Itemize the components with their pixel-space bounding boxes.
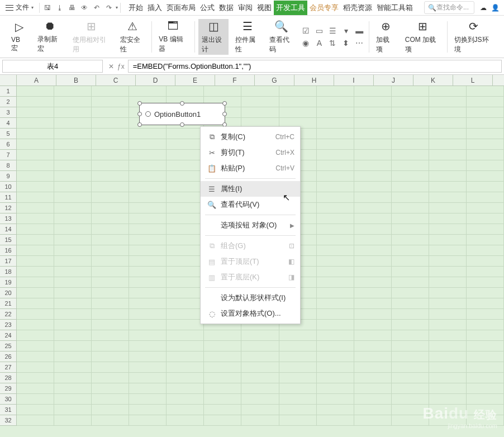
control-option-icon[interactable]: ◉ — [299, 37, 312, 49]
resize-handle[interactable] — [137, 112, 142, 116]
control-scroll-icon[interactable]: ⬍ — [340, 37, 352, 49]
control-checkbox-icon[interactable]: ☑ — [299, 25, 312, 36]
row-header[interactable]: 11 — [0, 192, 17, 203]
row-header[interactable]: 14 — [0, 224, 17, 235]
addins-button[interactable]: ⊕加载项 — [373, 19, 398, 55]
com-addins-button[interactable]: ⊞COM 加载项 — [402, 19, 444, 55]
col-header[interactable]: E — [175, 75, 215, 86]
resize-handle[interactable] — [180, 122, 184, 127]
row-header[interactable]: 23 — [0, 320, 17, 330]
col-header[interactable]: A — [17, 75, 56, 86]
row-header[interactable]: 1 — [0, 86, 17, 97]
tab-insert[interactable]: 插入 — [145, 1, 164, 15]
row-header[interactable]: 7 — [0, 150, 17, 160]
row-header[interactable]: 25 — [0, 341, 17, 352]
row-header[interactable]: 10 — [0, 182, 17, 192]
command-search[interactable]: 🔍 查找命令... — [424, 1, 474, 14]
tab-review[interactable]: 审阅 — [236, 1, 255, 15]
cloud-icon[interactable]: ☁ — [480, 4, 487, 12]
fx-icon[interactable]: ƒx — [117, 63, 125, 70]
file-menu-button[interactable]: 文件 ▾ — [2, 2, 37, 13]
row-header[interactable]: 26 — [0, 352, 17, 362]
menu-default-style[interactable]: 设为默认形状样式(I) — [201, 290, 300, 306]
control-spinner-icon[interactable]: ⇅ — [326, 37, 339, 49]
vb-macro-button[interactable]: ▷VB 宏 — [8, 19, 31, 55]
control-more-icon[interactable]: ⋯ — [353, 37, 365, 49]
control-label-icon[interactable]: A — [313, 37, 325, 49]
row-header[interactable]: 3 — [0, 107, 17, 118]
row-header[interactable]: 9 — [0, 171, 17, 182]
col-header[interactable]: L — [453, 75, 493, 86]
resize-handle[interactable] — [137, 101, 142, 106]
resize-handle[interactable] — [222, 112, 227, 116]
export-icon[interactable]: ⭳ — [54, 2, 65, 13]
undo-icon[interactable]: ↶ — [91, 2, 102, 13]
col-header[interactable]: B — [56, 75, 96, 86]
row-header[interactable]: 21 — [0, 298, 17, 309]
resize-handle[interactable] — [180, 101, 184, 106]
record-macro-button[interactable]: ⏺录制新宏 — [34, 19, 66, 55]
tab-start[interactable]: 开始 — [126, 1, 145, 15]
menu-format-object[interactable]: ◌ 设置对象格式(O)... — [201, 306, 300, 321]
row-header[interactable]: 6 — [0, 139, 17, 150]
tab-member[interactable]: 会员专享 — [307, 1, 341, 15]
view-code-button[interactable]: 🔍查看代码 — [266, 19, 296, 55]
menu-cut[interactable]: ✂ 剪切(T) Ctrl+X — [201, 145, 300, 160]
macro-security-button[interactable]: ⚠宏安全性 — [117, 19, 149, 55]
row-header[interactable]: 12 — [0, 203, 17, 213]
col-header[interactable]: C — [96, 75, 136, 86]
resize-handle[interactable] — [222, 101, 227, 106]
tab-tools[interactable]: 智能工具箱 — [374, 1, 415, 15]
row-header[interactable]: 4 — [0, 118, 17, 129]
menu-option-object[interactable]: 选项按钮 对象(O) ▶ — [201, 217, 300, 233]
menu-view-code[interactable]: 🔍 查看代码(V) — [201, 197, 300, 212]
control-list-icon[interactable]: ☰ — [326, 25, 339, 36]
control-textbox-icon[interactable]: ▭ — [313, 25, 325, 36]
cancel-icon[interactable]: ✕ — [108, 63, 114, 70]
row-header[interactable]: 27 — [0, 362, 17, 373]
menu-properties[interactable]: ☰ 属性(I) — [201, 181, 300, 197]
row-header[interactable]: 15 — [0, 235, 17, 245]
option-button-object[interactable]: OptionButton1 — [139, 103, 225, 125]
col-header[interactable]: K — [413, 75, 453, 86]
col-header[interactable]: I — [334, 75, 374, 86]
tab-formula[interactable]: 公式 — [198, 1, 217, 15]
preview-icon[interactable]: 👁 — [79, 2, 90, 13]
row-header[interactable]: 5 — [0, 129, 17, 139]
col-header[interactable]: J — [374, 75, 413, 86]
tab-data[interactable]: 数据 — [217, 1, 236, 15]
formula-input[interactable] — [128, 60, 502, 73]
redo-icon[interactable]: ↷ — [103, 2, 115, 13]
row-header[interactable]: 28 — [0, 373, 17, 383]
tab-resources[interactable]: 稻壳资源 — [341, 1, 374, 15]
row-header[interactable]: 31 — [0, 405, 17, 415]
name-box[interactable] — [2, 60, 103, 73]
row-header[interactable]: 32 — [0, 415, 17, 426]
control-combo-icon[interactable]: ▾ — [340, 25, 352, 36]
switch-js-button[interactable]: ⟳切换到JS环境 — [451, 19, 496, 55]
row-header[interactable]: 17 — [0, 256, 17, 267]
resize-handle[interactable] — [137, 122, 142, 127]
row-header[interactable]: 30 — [0, 394, 17, 405]
user-icon[interactable]: 👤 — [491, 4, 500, 12]
row-header[interactable]: 16 — [0, 245, 17, 256]
col-header[interactable]: H — [294, 75, 334, 86]
row-header[interactable]: 8 — [0, 160, 17, 171]
menu-paste[interactable]: 📋 粘贴(P) Ctrl+V — [201, 160, 300, 176]
row-header[interactable]: 2 — [0, 97, 17, 107]
menu-copy[interactable]: ⧉ 复制(C) Ctrl+C — [201, 129, 300, 145]
row-header[interactable]: 20 — [0, 288, 17, 298]
control-button-icon[interactable]: ▬ — [353, 25, 365, 36]
exit-design-button[interactable]: ◫退出设计 — [198, 19, 229, 55]
row-header[interactable]: 19 — [0, 277, 17, 288]
col-header[interactable]: D — [136, 75, 175, 86]
tab-developer[interactable]: 开发工具 — [274, 1, 307, 15]
control-props-button[interactable]: ☰控件属性 — [232, 19, 262, 55]
save-icon[interactable]: 🖫 — [42, 2, 53, 13]
select-all-corner[interactable] — [0, 75, 17, 86]
print-icon[interactable]: 🖶 — [66, 2, 78, 13]
vb-editor-button[interactable]: 🗔VB 编辑器 — [155, 19, 191, 55]
row-header[interactable]: 24 — [0, 330, 17, 341]
row-header[interactable]: 22 — [0, 309, 17, 320]
col-header[interactable]: F — [215, 75, 255, 86]
